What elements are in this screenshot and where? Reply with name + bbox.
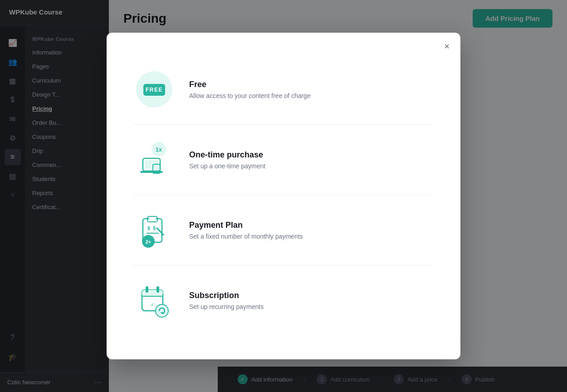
- pricing-option-payment-plan-text: Payment Plan Set a fixed number of month…: [189, 220, 433, 240]
- pricing-icon-free: FREE: [134, 69, 175, 110]
- svg-rect-23: [142, 290, 163, 296]
- pricing-option-one-time-text: One-time purchase Set up a one-time paym…: [189, 150, 433, 170]
- svg-text:1x: 1x: [156, 146, 162, 153]
- pricing-options-list: FREE Free Allow access to your content f…: [134, 54, 433, 335]
- svg-point-28: [156, 304, 168, 317]
- pricing-option-subscription[interactable]: ✓ Subscription Set up recurring payments: [134, 265, 433, 335]
- pricing-option-subscription-title: Subscription: [189, 291, 433, 300]
- pricing-option-payment-plan-desc: Set a fixed number of monthly payments: [189, 233, 433, 240]
- svg-rect-10: [154, 166, 159, 170]
- add-pricing-modal: × FREE Free Allow access: [107, 33, 460, 359]
- svg-rect-25: [146, 286, 148, 293]
- modal-overlay: × FREE Free Allow access: [0, 0, 567, 392]
- svg-text:✓: ✓: [151, 302, 155, 307]
- svg-rect-8: [140, 171, 163, 173]
- pricing-icon-subscription: ✓: [134, 280, 175, 321]
- svg-text:2+: 2+: [146, 239, 152, 245]
- pricing-option-subscription-desc: Set up recurring payments: [189, 303, 433, 310]
- pricing-icon-payment-plan: $ $ 2+: [134, 210, 175, 250]
- svg-rect-26: [156, 286, 159, 293]
- pricing-option-free-text: Free Allow access to your content free o…: [189, 80, 433, 99]
- svg-text:FREE: FREE: [146, 87, 163, 93]
- pricing-option-one-time-desc: Set up a one-time payment: [189, 162, 433, 170]
- svg-rect-13: [149, 217, 156, 221]
- pricing-option-subscription-text: Subscription Set up recurring payments: [189, 291, 433, 310]
- pricing-option-one-time[interactable]: 1x One-time purchase Set up a one-time p…: [134, 125, 433, 195]
- modal-close-button[interactable]: ×: [444, 42, 450, 51]
- pricing-option-payment-plan[interactable]: $ $ 2+ Payment Plan Set a fixed numb: [134, 195, 433, 265]
- pricing-icon-one-time: 1x: [134, 139, 175, 180]
- svg-text:$: $: [153, 225, 156, 231]
- pricing-option-one-time-title: One-time purchase: [189, 150, 433, 160]
- svg-text:$: $: [147, 225, 150, 231]
- pricing-option-free[interactable]: FREE Free Allow access to your content f…: [134, 54, 433, 125]
- pricing-option-free-desc: Allow access to your content free of cha…: [189, 92, 433, 99]
- pricing-option-free-title: Free: [189, 80, 433, 89]
- pricing-option-payment-plan-title: Payment Plan: [189, 220, 433, 230]
